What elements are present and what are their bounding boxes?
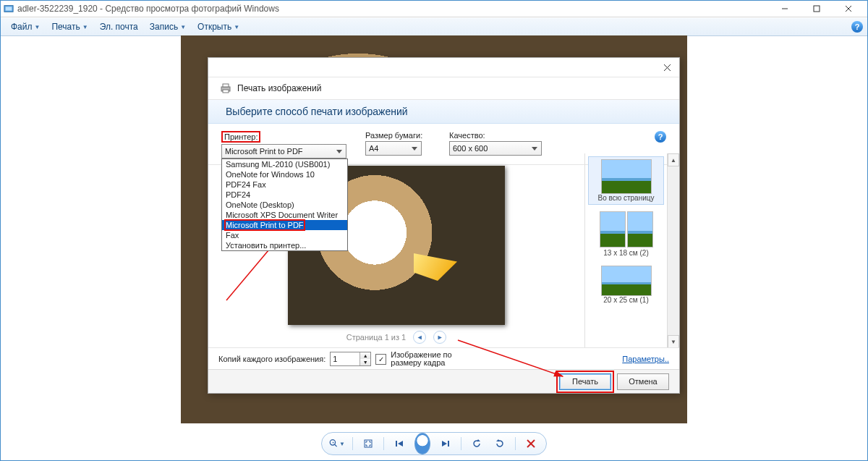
print-button[interactable]: Печать (559, 373, 611, 390)
spin-up[interactable]: ▲ (360, 352, 370, 359)
close-button[interactable] (833, 1, 864, 17)
rotate-ccw-button[interactable] (469, 436, 485, 452)
printer-option[interactable]: PDF24 Fax (222, 179, 347, 190)
menu-open[interactable]: Открыть▼ (192, 20, 245, 33)
svg-marker-24 (412, 147, 417, 151)
printer-label: Принтер: (221, 131, 348, 143)
template-13x18[interactable]: 13 x 18 см (2) (588, 209, 664, 259)
printer-option[interactable]: Samsung ML-2010 (USB001) (222, 159, 347, 169)
svg-rect-12 (448, 441, 449, 447)
printer-option[interactable]: OneNote for Windows 10 (222, 169, 347, 179)
pager-next-button[interactable]: ► (433, 331, 446, 344)
template-scrollbar[interactable]: ▲ ▼ (667, 153, 679, 348)
slideshow-button[interactable] (414, 436, 430, 452)
menu-print[interactable]: Печать▼ (46, 20, 93, 33)
copies-spinner[interactable]: 1 ▲▼ (330, 352, 371, 366)
fit-frame-checkbox[interactable]: ✓ (375, 354, 386, 365)
fit-frame-label: Изображение по размеру кадра (391, 351, 470, 367)
svg-line-7 (335, 444, 337, 447)
minimize-button[interactable] (769, 1, 801, 17)
paper-label: Размер бумаги: (365, 131, 432, 140)
window-titlebar: adler-3522239_1920 - Средство просмотра … (1, 1, 867, 17)
print-dialog: Печать изображений Выберите способ печат… (208, 57, 680, 394)
template-full-page[interactable]: Во всю страницу (588, 156, 664, 205)
zoom-button[interactable]: +▼ (329, 436, 345, 452)
window-title: adler-3522239_1920 - Средство просмотра … (17, 4, 769, 14)
quality-label: Качество: (449, 131, 550, 140)
copies-label: Копий каждого изображения: (218, 355, 326, 363)
rotate-cw-button[interactable] (492, 436, 508, 452)
pager-text: Страница 1 из 1 (346, 333, 406, 342)
dialog-title: Печать изображений (237, 83, 321, 93)
svg-rect-3 (814, 6, 820, 12)
menu-file[interactable]: Файл▼ (5, 20, 46, 33)
menu-burn[interactable]: Запись▼ (144, 20, 192, 33)
svg-rect-9 (365, 440, 372, 447)
dialog-close-button[interactable] (655, 58, 679, 77)
printer-option[interactable]: Microsoft XPS Document Writer (222, 210, 347, 220)
delete-button[interactable] (523, 436, 539, 452)
dialog-help-icon[interactable]: ? (655, 131, 666, 143)
scroll-down-button[interactable]: ▼ (668, 335, 679, 348)
prev-button[interactable] (391, 436, 407, 452)
options-link[interactable]: Параметры.. (622, 355, 669, 363)
svg-marker-13 (442, 441, 447, 447)
printer-option[interactable]: Fax (222, 230, 347, 240)
dialog-instruction: Выберите способ печати изображений (208, 100, 679, 124)
menubar: Файл▼ Печать▼ Эл. почта Запись▼ Открыть▼… (1, 17, 867, 36)
svg-marker-25 (532, 147, 537, 151)
svg-rect-10 (396, 441, 397, 447)
printer-option-selected[interactable]: Microsoft Print to PDF (222, 220, 347, 230)
fit-button[interactable] (360, 436, 376, 452)
app-icon (4, 4, 14, 14)
maximize-button[interactable] (801, 1, 833, 17)
chevron-down-icon (410, 144, 419, 153)
printer-option[interactable]: Установить принтер... (222, 240, 347, 250)
next-button[interactable] (438, 436, 454, 452)
navigation-toolbar: +▼ (321, 432, 547, 455)
chevron-down-icon (530, 144, 539, 153)
pager-prev-button[interactable]: ◄ (413, 331, 426, 344)
cancel-button[interactable]: Отмена (617, 373, 669, 390)
svg-marker-11 (398, 441, 403, 447)
template-20x25[interactable]: 20 x 25 см (1) (588, 263, 664, 306)
help-icon[interactable]: ? (851, 21, 863, 33)
svg-rect-21 (223, 84, 229, 87)
printer-icon (220, 83, 231, 94)
scroll-up-button[interactable]: ▲ (668, 153, 679, 166)
spin-down[interactable]: ▼ (360, 359, 370, 365)
printer-option[interactable]: OneNote (Desktop) (222, 200, 347, 210)
template-list: Во всю страницу 13 x 18 см (2) 20 x 25 с… (585, 153, 667, 348)
svg-rect-1 (6, 7, 12, 10)
printer-option[interactable]: PDF24 (222, 190, 347, 200)
printer-dropdown-list: Samsung ML-2010 (USB001) OneNote for Win… (221, 158, 348, 251)
menu-email[interactable]: Эл. почта (94, 20, 144, 33)
svg-rect-22 (223, 90, 229, 93)
dialog-title-row: Печать изображений (208, 77, 679, 100)
